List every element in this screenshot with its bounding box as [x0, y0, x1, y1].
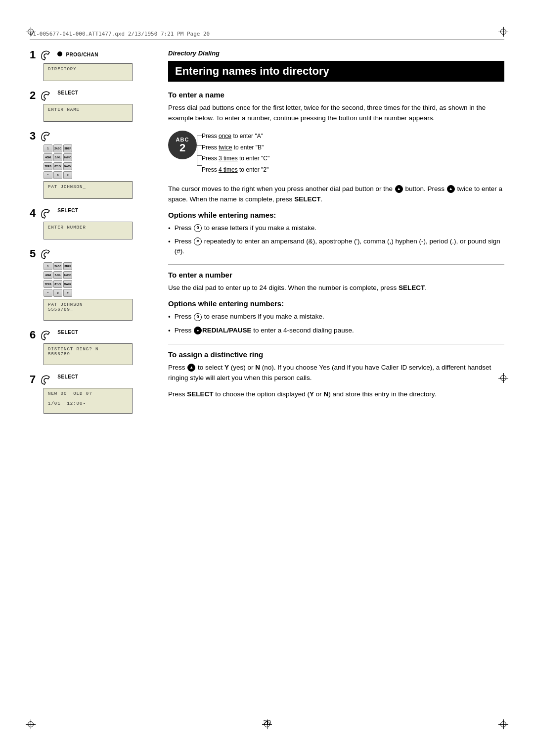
- step-1-lcd: DIRECTORY: [44, 63, 133, 81]
- key5-4: 4GHI: [44, 271, 52, 279]
- options-entering-numbers-title: Options while entering numbers:: [168, 299, 504, 308]
- key-8: 8TUV: [53, 162, 62, 170]
- press-line-3: Press 3 times to enter "C": [202, 155, 269, 162]
- option-name-2: • Press # repeatedly to enter an ampersa…: [168, 236, 504, 257]
- bullet-2: •: [168, 237, 171, 247]
- step-7: 7 SELECT NEW 00 OLD 07 1/01 12:00▪: [30, 374, 143, 414]
- reg-mark-tr: [498, 27, 508, 37]
- step-5: 5 1 2ABC 3DEF 4GHI 5JKL 6MNO 7PRS 8TUV 9…: [30, 248, 143, 321]
- redial-icon: ●: [194, 327, 202, 334]
- key-hash: #: [63, 171, 72, 179]
- erase-icon-1: 0: [194, 224, 202, 232]
- key-0: 0: [53, 171, 62, 179]
- nav-button-icon-2: ▲: [447, 185, 455, 193]
- step-6-label: SELECT: [57, 330, 78, 335]
- handset-icon-6: [41, 331, 55, 341]
- step-6: 6 SELECT DISTINCT RING? N5556789: [30, 330, 143, 365]
- step-3: 3 1 2ABC 3DEF 4GHI 5JKL 6MNO 7PRS 8TUV 9…: [30, 131, 143, 199]
- key5-2: 2ABC: [53, 262, 62, 270]
- key5-star: *: [44, 289, 52, 297]
- step-5-lcd: PAT JOHNSON5556789_: [44, 299, 133, 321]
- reg-mark-bl: [26, 719, 36, 729]
- content-column: Directory Dialing Entering names into di…: [168, 49, 504, 406]
- step-2-number: 2: [30, 90, 36, 101]
- distinctive-ring-body1: Press ▲ to select Y (yes) or N (no). If …: [168, 363, 504, 383]
- step-2-label: SELECT: [57, 90, 78, 95]
- abc-badge: ABC 2: [168, 131, 197, 159]
- header-line: 91-005677-041-000.ATT1477.qxd 2/13/1950 …: [30, 31, 504, 40]
- enter-name-title: To enter a name: [168, 91, 504, 99]
- step-3-lcd: PAT JOHNSON_: [44, 181, 133, 199]
- key-6: 6MNO: [63, 153, 72, 161]
- hash-icon: #: [194, 237, 202, 245]
- steps-column: 1 PROG/CHAN DIRECTORY 2 SELECT: [30, 49, 143, 423]
- distinctive-ring-body2: Press SELECT to choose the option displa…: [168, 389, 504, 400]
- prog-chan-dot: [57, 51, 62, 56]
- option-number-2: • Press ●REDIAL/PAUSE to enter a 4-secon…: [168, 326, 504, 336]
- bullet-4: •: [168, 326, 171, 336]
- step-7-number: 7: [30, 374, 36, 385]
- abc-diagram: ABC 2 Press once to enter "A" Press twic…: [168, 131, 504, 175]
- key-7: 7PRS: [44, 162, 52, 170]
- enter-number-body: Use the dial pad to enter up to 24 digit…: [168, 283, 504, 293]
- page-number: 20: [263, 718, 271, 726]
- press-line-1: Press once to enter "A": [202, 133, 269, 140]
- distinctive-ring-title: To assign a distinctive ring: [168, 350, 504, 359]
- press-line-2: Press twice to enter "B": [202, 144, 269, 151]
- key-4: 4GHI: [44, 153, 52, 161]
- step-4-lcd: ENTER NUMBER: [44, 222, 133, 239]
- step-1-number: 1: [30, 49, 36, 60]
- enter-name-body: Press dial pad buttons once for the firs…: [168, 103, 504, 124]
- step-4-label: SELECT: [57, 208, 78, 213]
- divider-2: [168, 344, 504, 344]
- key5-5: 5JKL: [53, 271, 62, 279]
- key5-9: 9WXY: [63, 280, 72, 288]
- key-2: 2ABC: [53, 144, 62, 152]
- step-3-number: 3: [30, 131, 36, 142]
- key-star: *: [44, 171, 52, 179]
- handset-icon-3: [41, 132, 55, 142]
- enter-number-title: To enter a number: [168, 271, 504, 279]
- select-icon-1: ▲: [187, 364, 195, 372]
- key5-8: 8TUV: [53, 280, 62, 288]
- handset-icon-1: [41, 50, 55, 61]
- key5-0: 0: [53, 289, 62, 297]
- handset-icon-5: [41, 249, 55, 260]
- handset-icon-4: [41, 209, 55, 220]
- key-3: 3DEF: [63, 144, 72, 152]
- key5-7: 7PRS: [44, 280, 52, 288]
- section-title: Entering names into directory: [168, 61, 504, 82]
- nav-button-icon: ▲: [395, 185, 403, 193]
- press-line-4: Press 4 times to enter "2": [202, 166, 269, 173]
- options-entering-numbers-list: • Press 0 to erase numbers if you make a…: [168, 312, 504, 336]
- bullet-1: •: [168, 224, 171, 234]
- key-5: 5JKL: [53, 153, 62, 161]
- option-number-1: • Press 0 to erase numbers if you make a…: [168, 312, 504, 322]
- step-5-keypad: 1 2ABC 3DEF 4GHI 5JKL 6MNO 7PRS 8TUV 9WX…: [44, 262, 143, 297]
- step-6-number: 6: [30, 330, 36, 340]
- step-2-lcd: ENTER NAME: [44, 104, 133, 122]
- erase-icon-2: 0: [194, 313, 202, 321]
- key5-6: 6MNO: [63, 271, 72, 279]
- step-1-label: PROG/CHAN: [66, 52, 98, 57]
- key5-1: 1: [44, 262, 52, 270]
- key-9: 9WXY: [63, 162, 72, 170]
- page: 91-005677-041-000.ATT1477.qxd 2/13/1950 …: [0, 0, 534, 756]
- section-tag: Directory Dialing: [168, 49, 504, 57]
- handset-icon-2: [41, 91, 55, 102]
- options-entering-names-title: Options while entering names:: [168, 211, 504, 219]
- abc-number: 2: [179, 142, 185, 153]
- step-2: 2 SELECT ENTER NAME: [30, 90, 143, 122]
- handset-icon-7: [41, 375, 55, 386]
- step-4: 4 SELECT ENTER NUMBER: [30, 208, 143, 239]
- step-5-number: 5: [30, 248, 36, 259]
- step-1: 1 PROG/CHAN DIRECTORY: [30, 49, 143, 81]
- reg-mark-br: [498, 719, 508, 729]
- step-7-lcd: NEW 00 OLD 07 1/01 12:00▪: [44, 388, 133, 414]
- options-entering-names-list: • Press 0 to erase letters if you make a…: [168, 223, 504, 257]
- reg-mark-tl: [26, 27, 36, 37]
- header-text: 91-005677-041-000.ATT1477.qxd 2/13/1950 …: [30, 31, 210, 37]
- step-6-lcd: DISTINCT RING? N5556789: [44, 343, 133, 365]
- step-7-label: SELECT: [57, 374, 78, 379]
- step-3-keypad: 1 2ABC 3DEF 4GHI 5JKL 6MNO 7PRS 8TUV 9WX…: [44, 144, 143, 179]
